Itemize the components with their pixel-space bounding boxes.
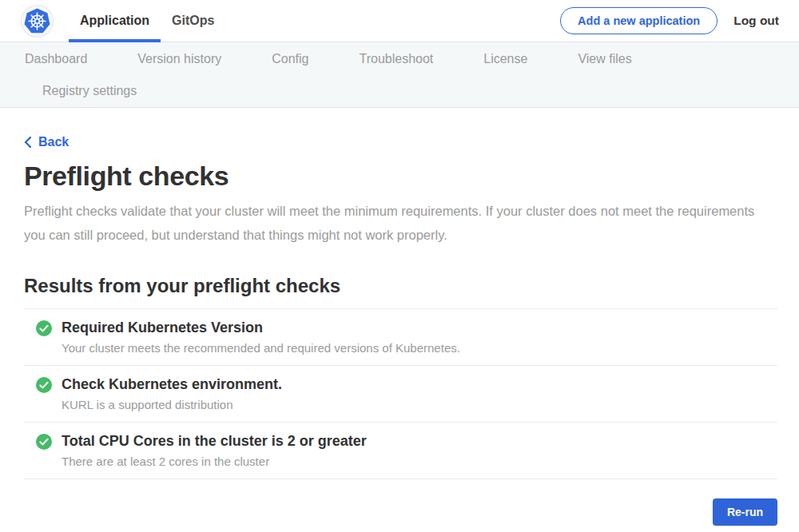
check-circle-icon [36, 434, 52, 468]
subnav-row-2: Registry settings [25, 75, 799, 107]
check-content: Required Kubernetes Version Your cluster… [62, 320, 460, 355]
preflight-check-row: Total CPU Cores in the cluster is 2 or g… [24, 423, 777, 479]
subnav-item-view-files[interactable]: View files [578, 52, 631, 66]
subnav-item-version-history[interactable]: Version history [137, 52, 221, 66]
check-title: Total CPU Cores in the cluster is 2 or g… [62, 433, 367, 450]
tab-application-label: Application [80, 14, 149, 28]
subnav-item-license[interactable]: License [483, 52, 527, 66]
chevron-left-icon [24, 137, 31, 148]
subnav-item-config[interactable]: Config [272, 52, 308, 66]
preflight-check-row: Required Kubernetes Version Your cluster… [24, 309, 777, 366]
check-circle-icon [36, 377, 52, 411]
subnav-row-1: Dashboard Version history Config Trouble… [25, 43, 799, 75]
check-message: Your cluster meets the recommended and r… [62, 341, 460, 355]
preflight-check-row: Check Kubernetes environment. KURL is a … [24, 366, 777, 423]
tab-application[interactable]: Application [69, 0, 161, 42]
check-title: Required Kubernetes Version [62, 320, 460, 336]
check-message: KURL is a supported distribution [62, 398, 282, 411]
app-subnav: Dashboard Version history Config Trouble… [0, 42, 799, 108]
page-description: Preflight checks validate that your clus… [24, 199, 763, 247]
logout-link[interactable]: Log out [733, 14, 779, 28]
preflight-results-list: Required Kubernetes Version Your cluster… [24, 308, 777, 479]
rerun-button[interactable]: Re-run [713, 498, 777, 526]
add-new-application-button[interactable]: Add a new application [560, 7, 718, 34]
check-content: Total CPU Cores in the cluster is 2 or g… [62, 433, 367, 468]
subnav-item-dashboard[interactable]: Dashboard [25, 52, 87, 66]
header-spacer [225, 0, 560, 42]
kubernetes-logo-icon [21, 26, 54, 40]
subnav-item-troubleshoot[interactable]: Troubleshoot [359, 52, 433, 66]
tab-gitops[interactable]: GitOps [161, 0, 225, 42]
back-link[interactable]: Back [24, 135, 69, 149]
check-title: Check Kubernetes environment. [62, 376, 282, 393]
footer-actions: Re-run [24, 498, 777, 526]
results-heading: Results from your preflight checks [24, 275, 777, 297]
kubernetes-logo[interactable] [21, 5, 54, 38]
main-content: Back Preflight checks Preflight checks v… [0, 108, 799, 526]
check-content: Check Kubernetes environment. KURL is a … [62, 376, 282, 411]
back-link-label: Back [38, 135, 69, 149]
check-message: There are at least 2 cores in the cluste… [62, 455, 367, 468]
subnav-item-registry-settings[interactable]: Registry settings [42, 84, 137, 98]
check-circle-icon [36, 320, 52, 355]
tab-gitops-label: GitOps [172, 14, 214, 28]
page-title: Preflight checks [24, 161, 777, 192]
top-header: Application GitOps Add a new application… [0, 0, 799, 42]
